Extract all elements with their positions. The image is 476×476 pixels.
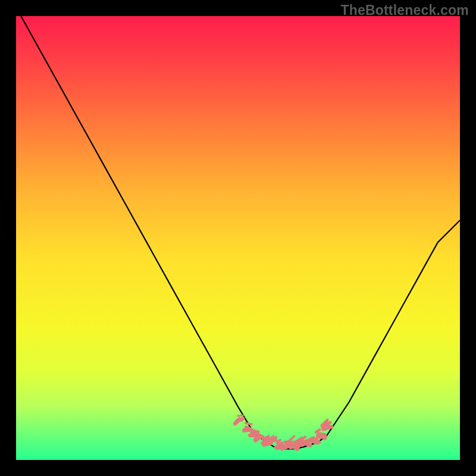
chart-svg (16, 16, 460, 460)
noise-markers (235, 415, 331, 449)
plot-area (16, 16, 460, 460)
bottleneck-curve (16, 7, 460, 449)
chart-frame: TheBottleneck.com (0, 0, 476, 476)
